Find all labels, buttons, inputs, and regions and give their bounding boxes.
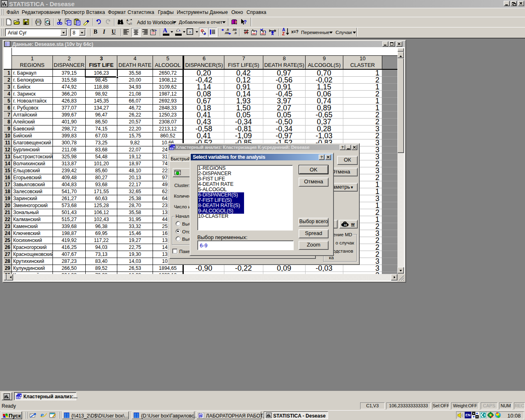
svg-text:10: 10 — [344, 224, 347, 226]
svg-text:B: B — [130, 22, 132, 25]
svg-text:a: a — [189, 30, 191, 34]
svg-text:W: W — [199, 414, 202, 418]
svg-text:?: ? — [244, 19, 247, 25]
svg-text:A: A — [126, 19, 128, 22]
svg-text:?: ? — [235, 21, 237, 24]
